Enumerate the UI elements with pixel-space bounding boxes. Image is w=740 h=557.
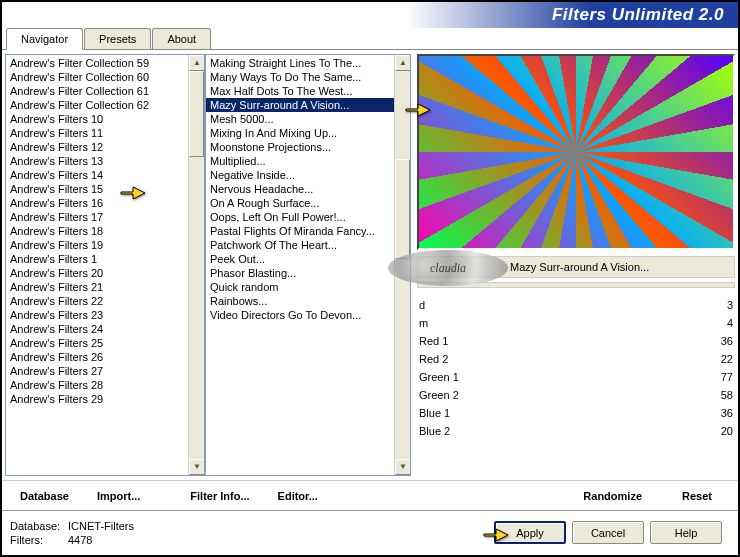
list-item[interactable]: Andrew's Filters 21 bbox=[6, 280, 204, 294]
list-item[interactable]: Andrew's Filters 18 bbox=[6, 224, 204, 238]
list-item[interactable]: Andrew's Filters 22 bbox=[6, 294, 204, 308]
list-item[interactable]: On A Rough Surface... bbox=[206, 196, 410, 210]
list-item[interactable]: Andrew's Filters 15 bbox=[6, 182, 204, 196]
list-item[interactable]: Mixing In And Mixing Up... bbox=[206, 126, 410, 140]
param-slider[interactable] bbox=[489, 303, 703, 307]
database-label: Database: bbox=[10, 519, 68, 533]
selected-filter-label: Mazy Surr-around A Vision... bbox=[417, 256, 735, 278]
scroll-down-icon[interactable]: ▼ bbox=[395, 459, 411, 475]
param-value: 36 bbox=[709, 407, 733, 419]
list-item[interactable]: Max Half Dots To The West... bbox=[206, 84, 410, 98]
param-slider[interactable] bbox=[489, 321, 703, 325]
scroll-down-icon[interactable]: ▼ bbox=[189, 459, 205, 475]
param-label: m bbox=[419, 317, 483, 329]
scrollbar[interactable]: ▲ ▼ bbox=[394, 55, 410, 475]
list-item[interactable]: Andrew's Filter Collection 60 bbox=[6, 70, 204, 84]
param-row: Red 136 bbox=[417, 332, 735, 350]
list-item[interactable]: Andrew's Filters 24 bbox=[6, 322, 204, 336]
database-button[interactable]: Database bbox=[10, 486, 79, 506]
scroll-thumb[interactable] bbox=[395, 159, 410, 259]
cancel-button[interactable]: Cancel bbox=[572, 521, 644, 544]
list-item[interactable]: Andrew's Filters 11 bbox=[6, 126, 204, 140]
title-bar: Filters Unlimited 2.0 bbox=[2, 2, 738, 28]
list-item[interactable]: Rainbows... bbox=[206, 294, 410, 308]
param-slider[interactable] bbox=[489, 357, 703, 361]
list-item[interactable]: Andrew's Filters 28 bbox=[6, 378, 204, 392]
tab-about[interactable]: About bbox=[152, 28, 211, 49]
tab-navigator[interactable]: Navigator bbox=[6, 28, 83, 50]
list-item[interactable]: Pastal Flights Of Miranda Fancy... bbox=[206, 224, 410, 238]
preview-image bbox=[417, 54, 735, 250]
list-item[interactable]: Nervous Headache... bbox=[206, 182, 410, 196]
list-item[interactable]: Andrew's Filters 13 bbox=[6, 154, 204, 168]
param-label: Blue 2 bbox=[419, 425, 483, 437]
list-item[interactable]: Andrew's Filters 29 bbox=[6, 392, 204, 406]
param-value: 77 bbox=[709, 371, 733, 383]
list-item[interactable]: Peek Out... bbox=[206, 252, 410, 266]
param-slider[interactable] bbox=[489, 339, 703, 343]
param-label: Red 2 bbox=[419, 353, 483, 365]
reset-button[interactable]: Reset bbox=[672, 486, 722, 506]
list-item[interactable]: Andrew's Filters 27 bbox=[6, 364, 204, 378]
param-row: Blue 136 bbox=[417, 404, 735, 422]
list-item[interactable]: Andrew's Filters 25 bbox=[6, 336, 204, 350]
toolbar: Database Import... Filter Info... Editor… bbox=[2, 480, 738, 510]
list-item[interactable]: Oops, Left On Full Power!... bbox=[206, 210, 410, 224]
list-item[interactable]: Andrew's Filters 16 bbox=[6, 196, 204, 210]
param-value: 3 bbox=[709, 299, 733, 311]
randomize-button[interactable]: Randomize bbox=[573, 486, 652, 506]
list-item[interactable]: Andrew's Filters 14 bbox=[6, 168, 204, 182]
list-item[interactable]: Andrew's Filters 26 bbox=[6, 350, 204, 364]
param-value: 58 bbox=[709, 389, 733, 401]
filter-info-button[interactable]: Filter Info... bbox=[180, 486, 259, 506]
filters-count-value: 4478 bbox=[68, 534, 92, 546]
param-slider[interactable] bbox=[489, 375, 703, 379]
scroll-up-icon[interactable]: ▲ bbox=[189, 55, 205, 71]
list-item[interactable]: Andrew's Filters 20 bbox=[6, 266, 204, 280]
scroll-thumb[interactable] bbox=[189, 71, 204, 157]
param-row: d3 bbox=[417, 296, 735, 314]
list-item[interactable]: Andrew's Filter Collection 59 bbox=[6, 56, 204, 70]
list-item[interactable]: Andrew's Filters 23 bbox=[6, 308, 204, 322]
param-slider[interactable] bbox=[489, 411, 703, 415]
param-row: m4 bbox=[417, 314, 735, 332]
list-item[interactable]: Negative Inside... bbox=[206, 168, 410, 182]
param-slider[interactable] bbox=[489, 393, 703, 397]
help-button[interactable]: Help bbox=[650, 521, 722, 544]
filters-listbox[interactable]: Making Straight Lines To The...Many Ways… bbox=[205, 54, 411, 476]
tab-strip: NavigatorPresetsAbout bbox=[2, 28, 738, 50]
list-item[interactable]: Video Directors Go To Devon... bbox=[206, 308, 410, 322]
list-item[interactable]: Moonstone Projections... bbox=[206, 140, 410, 154]
list-item[interactable]: Andrew's Filters 19 bbox=[6, 238, 204, 252]
progress-bar bbox=[417, 282, 735, 288]
param-label: d bbox=[419, 299, 483, 311]
list-item[interactable]: Phasor Blasting... bbox=[206, 266, 410, 280]
list-item[interactable]: Andrew's Filters 1 bbox=[6, 252, 204, 266]
list-item[interactable]: Multiplied... bbox=[206, 154, 410, 168]
list-item[interactable]: Andrew's Filter Collection 61 bbox=[6, 84, 204, 98]
list-item[interactable]: Andrew's Filter Collection 62 bbox=[6, 98, 204, 112]
scroll-up-icon[interactable]: ▲ bbox=[395, 55, 411, 71]
param-value: 20 bbox=[709, 425, 733, 437]
tab-presets[interactable]: Presets bbox=[84, 28, 151, 49]
param-label: Red 1 bbox=[419, 335, 483, 347]
list-item[interactable]: Andrew's Filters 12 bbox=[6, 140, 204, 154]
apply-button[interactable]: Apply bbox=[494, 521, 566, 544]
param-row: Green 258 bbox=[417, 386, 735, 404]
list-item[interactable]: Making Straight Lines To The... bbox=[206, 56, 410, 70]
list-item[interactable]: Mazy Surr-around A Vision... bbox=[206, 98, 410, 112]
editor-button[interactable]: Editor... bbox=[268, 486, 328, 506]
scrollbar[interactable]: ▲ ▼ bbox=[188, 55, 204, 475]
collections-listbox[interactable]: Andrew's Filter Collection 59Andrew's Fi… bbox=[5, 54, 205, 476]
list-item[interactable]: Andrew's Filters 10 bbox=[6, 112, 204, 126]
list-item[interactable]: Patchwork Of The Heart... bbox=[206, 238, 410, 252]
database-value: ICNET-Filters bbox=[68, 520, 134, 532]
param-slider[interactable] bbox=[489, 429, 703, 433]
list-item[interactable]: Many Ways To Do The Same... bbox=[206, 70, 410, 84]
list-item[interactable]: Andrew's Filters 17 bbox=[6, 210, 204, 224]
list-item[interactable]: Mesh 5000... bbox=[206, 112, 410, 126]
import-button[interactable]: Import... bbox=[87, 486, 150, 506]
filters-count-label: Filters: bbox=[10, 533, 68, 547]
param-label: Blue 1 bbox=[419, 407, 483, 419]
list-item[interactable]: Quick random bbox=[206, 280, 410, 294]
